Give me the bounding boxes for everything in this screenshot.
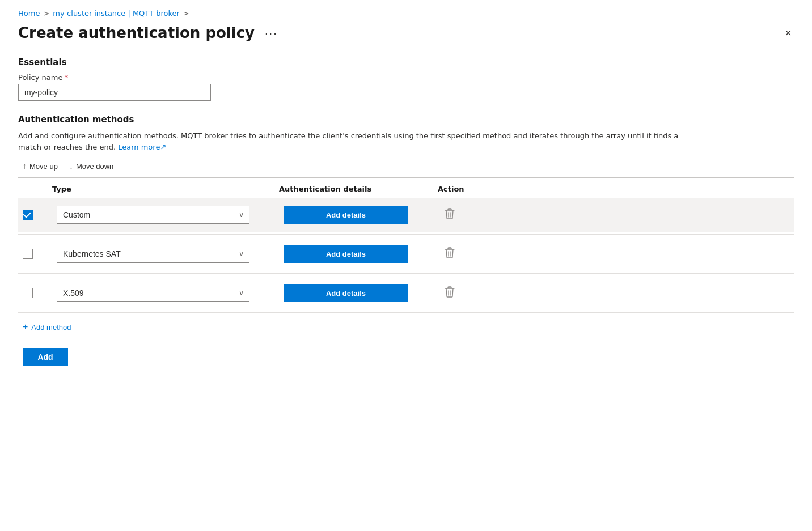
col-header-action: Action bbox=[438, 185, 506, 193]
row3-delete-button[interactable] bbox=[442, 284, 457, 302]
row3-checkbox-col bbox=[23, 288, 57, 298]
row2-action-col bbox=[442, 245, 510, 263]
row1-type-select[interactable]: Custom Kubernetes SAT X.509 bbox=[57, 206, 249, 224]
auth-methods-section: Authentication methods Add and configure… bbox=[18, 114, 794, 339]
row1-add-details-button[interactable]: Add details bbox=[284, 206, 408, 224]
row3-add-details-button[interactable]: Add details bbox=[284, 284, 408, 302]
breadcrumb-sep2: > bbox=[183, 9, 189, 18]
add-method-label: Add method bbox=[31, 323, 71, 332]
row1-checkbox-col bbox=[23, 210, 57, 220]
row2-type-col: Custom Kubernetes SAT X.509 ∨ bbox=[57, 245, 284, 263]
header-left: Create authentication policy ··· bbox=[18, 24, 281, 41]
row2-checkbox[interactable] bbox=[23, 249, 33, 259]
add-method-button[interactable]: + Add method bbox=[18, 315, 75, 339]
row2-type-select[interactable]: Custom Kubernetes SAT X.509 bbox=[57, 245, 249, 263]
learn-more-link[interactable]: Learn more↗ bbox=[118, 143, 166, 151]
required-indicator: * bbox=[64, 73, 68, 82]
row1-action-col bbox=[442, 206, 510, 224]
table-row-1: Custom Kubernetes SAT X.509 ∨ Add detail… bbox=[23, 198, 789, 232]
breadcrumb-cluster[interactable]: my-cluster-instance | MQTT broker bbox=[53, 9, 180, 18]
toolbar: ↑ Move up ↓ Move down bbox=[18, 159, 794, 178]
row3-type-wrapper: Custom Kubernetes SAT X.509 ∨ bbox=[57, 284, 249, 302]
col-header-type: Type bbox=[52, 185, 279, 193]
row3-trash-icon bbox=[445, 286, 455, 298]
row2-checkbox-col bbox=[23, 249, 57, 259]
row2-divider bbox=[18, 273, 794, 274]
footer-actions: Add bbox=[18, 348, 794, 366]
auth-methods-description: Add and configure authentication methods… bbox=[18, 130, 699, 152]
page-title: Create authentication policy bbox=[18, 24, 255, 41]
row2-add-details-button[interactable]: Add details bbox=[284, 245, 408, 263]
move-up-icon: ↑ bbox=[23, 162, 27, 171]
row1-type-col: Custom Kubernetes SAT X.509 ∨ bbox=[57, 206, 284, 224]
policy-name-input[interactable] bbox=[18, 84, 211, 101]
col-header-checkbox bbox=[18, 185, 52, 193]
table-header: Type Authentication details Action bbox=[18, 178, 794, 198]
breadcrumb: Home > my-cluster-instance | MQTT broker… bbox=[18, 9, 794, 18]
row2-auth-details-col: Add details bbox=[284, 245, 442, 263]
auth-table: Type Authentication details Action Custo… bbox=[18, 178, 794, 339]
page-container: Home > my-cluster-instance | MQTT broker… bbox=[0, 0, 812, 384]
close-button[interactable]: × bbox=[783, 25, 794, 41]
essentials-title: Essentials bbox=[18, 57, 794, 67]
row3-auth-details-col: Add details bbox=[284, 284, 442, 302]
row3-type-select[interactable]: Custom Kubernetes SAT X.509 bbox=[57, 284, 249, 302]
row2-delete-button[interactable] bbox=[442, 245, 457, 263]
table-row-wrapper-3: Custom Kubernetes SAT X.509 ∨ Add detail… bbox=[18, 276, 794, 310]
auth-methods-title: Authentication methods bbox=[18, 114, 794, 125]
breadcrumb-sep1: > bbox=[43, 9, 49, 18]
row1-auth-details-col: Add details bbox=[284, 206, 442, 224]
move-down-button[interactable]: ↓ Move down bbox=[65, 159, 118, 173]
row2-type-wrapper: Custom Kubernetes SAT X.509 ∨ bbox=[57, 245, 249, 263]
table-row-wrapper-2: Custom Kubernetes SAT X.509 ∨ Add detail… bbox=[18, 237, 794, 271]
policy-name-group: Policy name * bbox=[18, 73, 794, 101]
page-header: Create authentication policy ··· × bbox=[18, 24, 794, 41]
essentials-section: Essentials Policy name * bbox=[18, 57, 794, 101]
table-row-3: Custom Kubernetes SAT X.509 ∨ Add detail… bbox=[23, 276, 789, 310]
add-method-icon: + bbox=[23, 322, 28, 332]
add-button[interactable]: Add bbox=[23, 348, 68, 366]
row3-type-col: Custom Kubernetes SAT X.509 ∨ bbox=[57, 284, 284, 302]
more-options-button[interactable]: ··· bbox=[261, 26, 281, 41]
row3-divider bbox=[18, 312, 794, 313]
row1-trash-icon bbox=[445, 208, 455, 219]
table-row-2: Custom Kubernetes SAT X.509 ∨ Add detail… bbox=[23, 237, 789, 271]
move-up-button[interactable]: ↑ Move up bbox=[18, 159, 62, 173]
move-down-icon: ↓ bbox=[69, 162, 73, 171]
row2-trash-icon bbox=[445, 247, 455, 258]
table-row-wrapper-1: Custom Kubernetes SAT X.509 ∨ Add detail… bbox=[18, 198, 794, 232]
col-header-auth-details: Authentication details bbox=[279, 185, 438, 193]
row3-checkbox[interactable] bbox=[23, 288, 33, 298]
row1-divider bbox=[18, 234, 794, 235]
row1-delete-button[interactable] bbox=[442, 206, 457, 224]
breadcrumb-home[interactable]: Home bbox=[18, 9, 40, 18]
row1-checkbox[interactable] bbox=[23, 210, 33, 220]
row3-action-col bbox=[442, 284, 510, 302]
policy-name-label: Policy name * bbox=[18, 73, 794, 82]
row1-type-wrapper: Custom Kubernetes SAT X.509 ∨ bbox=[57, 206, 249, 224]
